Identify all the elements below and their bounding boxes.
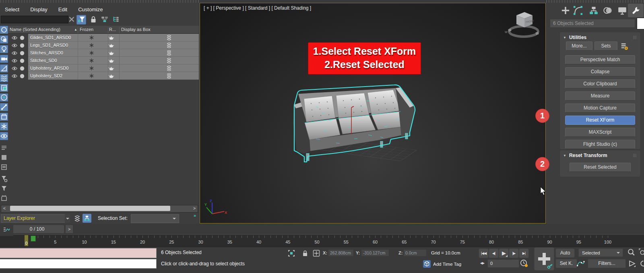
lock-explorer-icon[interactable] <box>89 15 98 24</box>
utility-perspective-match-button[interactable]: Perspective Match <box>565 55 635 64</box>
key-mode-toggle-icon[interactable]: ◀▶ <box>478 260 486 267</box>
rollout-collapse-icon[interactable]: ▼ <box>563 154 566 157</box>
explorer-mode-dropdown-icon[interactable] <box>65 214 70 223</box>
goto-end-button[interactable]: ▶| <box>519 248 529 258</box>
column-name[interactable]: Name (Sorted Ascending) <box>10 27 60 32</box>
utility-flight-studio-c-button[interactable]: Flight Studio (c) <box>565 140 635 149</box>
display-hidden-icon[interactable] <box>0 132 8 140</box>
object-name[interactable]: Stitches_SD0 <box>30 58 57 63</box>
menu-select[interactable]: Select <box>5 6 19 12</box>
hierarchy-view-icon[interactable] <box>83 214 91 223</box>
table-row[interactable]: Upholstery_SD2 <box>8 72 199 80</box>
timeline-ruler[interactable]: 0 51015202530354045505560657075808590951… <box>0 234 644 247</box>
time-slider[interactable]: 0 <box>24 235 29 246</box>
renderable-teapot-icon[interactable] <box>108 65 114 71</box>
frozen-snowflake-icon[interactable] <box>89 58 95 64</box>
menu-display[interactable]: Display <box>30 6 47 12</box>
perspective-viewport[interactable]: [ + ] [ Perspective ] [ Standard ] [ Def… <box>200 3 546 223</box>
time-range-next-button[interactable]: > <box>65 225 73 234</box>
horizontal-scrollbar[interactable]: < > <box>1 205 198 213</box>
column-display-as-box[interactable]: Display as Box <box>121 27 151 32</box>
reset-transform-header[interactable]: ▼ Reset Transform <box>560 150 640 159</box>
tab-utilities-icon[interactable] <box>631 5 641 16</box>
sets-button[interactable]: Sets <box>594 41 617 51</box>
scroll-left-icon[interactable]: < <box>1 205 8 211</box>
z-coord-field[interactable]: 0.0cm <box>403 249 427 256</box>
configure-button-sets-icon[interactable] <box>619 41 629 51</box>
search-input[interactable] <box>1 16 68 23</box>
mini-curve-editor-icon[interactable] <box>2 226 10 234</box>
goto-start-button[interactable]: |◀◀ <box>479 248 489 258</box>
key-filter-dropdown[interactable]: Selected <box>578 248 623 257</box>
y-coord-field[interactable]: -310.127cm <box>361 249 389 256</box>
display-as-box-layers-icon[interactable] <box>166 50 172 56</box>
utility-collapse-button[interactable]: Collapse <box>565 67 635 77</box>
column-render[interactable]: R... <box>109 27 116 32</box>
object-dot-icon[interactable] <box>19 50 25 56</box>
renderable-teapot-icon[interactable] <box>108 42 114 48</box>
object-dot-icon[interactable] <box>19 58 25 64</box>
menu-customize[interactable]: Customize <box>78 6 103 12</box>
object-dot-icon[interactable] <box>19 65 25 72</box>
object-name[interactable]: Glides_SD1_ARSD0 <box>30 35 71 40</box>
utility-color-clipboard-button[interactable]: Color Clipboard <box>565 79 635 89</box>
isolate-selection-icon[interactable] <box>287 249 295 257</box>
named-selection-field[interactable]: 6 Objects Selected <box>550 19 635 28</box>
auto-key-button[interactable]: Auto <box>555 248 575 258</box>
renderable-teapot-icon[interactable] <box>108 50 114 56</box>
visibility-eye-icon[interactable] <box>11 73 18 79</box>
display-lights-icon[interactable] <box>0 45 8 53</box>
menu-edit[interactable]: Edit <box>58 6 67 12</box>
flat-list-mode-icon[interactable] <box>111 15 120 24</box>
selection-lock-icon[interactable] <box>301 249 309 257</box>
display-helpers-icon[interactable] <box>0 64 8 72</box>
display-as-box-layers-icon[interactable] <box>166 65 172 71</box>
set-key-button[interactable]: Set K. <box>555 259 577 268</box>
explorer-mode-select[interactable]: Layer Explorer <box>1 214 67 223</box>
table-row[interactable]: Upholstery_ARSD0 <box>8 64 199 72</box>
renderable-teapot-icon[interactable] <box>108 58 114 64</box>
zoom-viewport-icon[interactable] <box>627 248 636 256</box>
display-groups-icon[interactable] <box>0 84 8 92</box>
time-configuration-icon[interactable] <box>520 259 528 268</box>
utility-measure-button[interactable]: Measure <box>565 91 635 101</box>
column-frozen[interactable]: Frozen <box>80 27 93 32</box>
tab-modify-icon[interactable] <box>573 5 583 16</box>
object-dot-icon[interactable] <box>19 73 25 79</box>
object-dot-icon[interactable] <box>19 42 25 49</box>
object-color-swatch[interactable] <box>637 18 644 29</box>
layers-icon[interactable] <box>74 215 81 222</box>
utility-motion-capture-button[interactable]: Motion Capture <box>565 103 635 113</box>
object-dot-icon[interactable] <box>19 35 25 41</box>
tab-motion-icon[interactable] <box>603 5 613 16</box>
next-frame-button[interactable]: |▶ <box>509 248 519 258</box>
table-row[interactable]: Glides_SD1_ARSD0 <box>8 34 199 41</box>
display-shapes-icon[interactable] <box>0 35 8 43</box>
frozen-snowflake-icon[interactable] <box>89 73 95 79</box>
utility-maxscript-button[interactable]: MAXScript <box>565 128 635 137</box>
tab-display-icon[interactable] <box>617 5 627 16</box>
rollout-collapse-icon[interactable]: ▼ <box>563 36 566 39</box>
display-frozen-icon[interactable] <box>0 122 8 130</box>
utility-reset-xform-button[interactable]: Reset XForm <box>565 116 635 125</box>
visibility-eye-icon[interactable] <box>11 50 18 56</box>
add-time-tag-label[interactable]: Add Time Tag <box>433 262 461 267</box>
display-bones-icon[interactable] <box>0 103 8 111</box>
selection-set-dropdown[interactable] <box>131 214 179 223</box>
clear-search-icon[interactable] <box>67 15 76 24</box>
table-row[interactable]: Stitches_SD0 <box>8 57 199 64</box>
object-name[interactable]: Upholstery_ARSD0 <box>30 66 68 70</box>
filter-icon[interactable] <box>0 184 8 192</box>
visibility-eye-icon[interactable] <box>11 35 18 41</box>
tab-create-icon[interactable] <box>560 5 571 16</box>
display-containers-icon[interactable] <box>0 113 8 121</box>
motion-paths-icon[interactable] <box>576 259 585 268</box>
time-range-field[interactable]: 0 / 100 <box>10 225 64 234</box>
scrollbar-thumb[interactable] <box>10 206 170 211</box>
sofa-model[interactable] <box>280 83 425 163</box>
x-coord-field[interactable]: 262.808cm <box>328 249 354 256</box>
viewcube[interactable]: W FRONT <box>503 9 543 41</box>
visibility-eye-icon[interactable] <box>11 65 18 72</box>
pan-view-icon[interactable] <box>628 259 636 268</box>
zoom-all-icon[interactable] <box>638 248 644 256</box>
